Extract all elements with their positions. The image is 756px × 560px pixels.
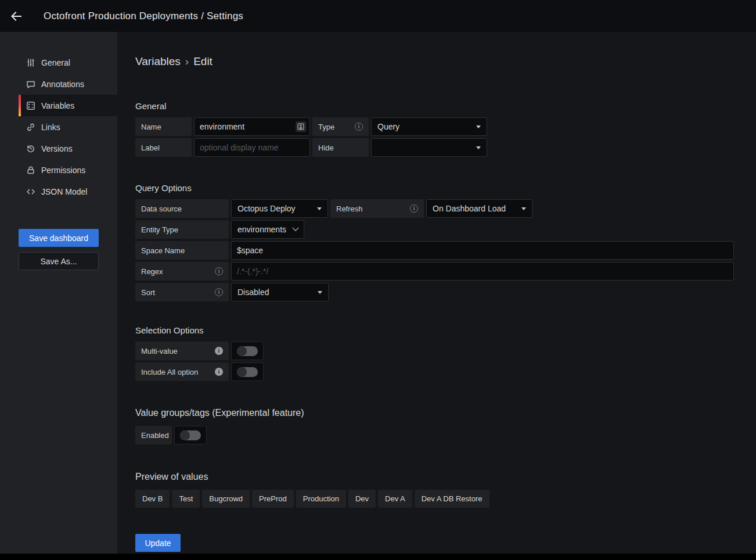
name-input-wrap: [194, 117, 310, 136]
sort-value: Disabled: [237, 288, 269, 297]
enabled-toggle[interactable]: [174, 426, 207, 444]
refresh-select[interactable]: On Dashboard Load: [426, 199, 532, 218]
general-section-title: General: [135, 101, 734, 111]
regex-label-box: Regex i: [135, 262, 229, 281]
entity-type-select[interactable]: environments: [231, 220, 304, 239]
info-icon[interactable]: i: [215, 288, 223, 296]
type-select[interactable]: Query: [371, 117, 487, 136]
sidebar-item-label: Annotations: [41, 80, 84, 89]
data-source-select[interactable]: Octopus Deploy: [231, 199, 328, 218]
code-icon: [26, 187, 35, 196]
label-input-wrap: [194, 138, 310, 157]
preview-section: Preview of values Dev BTestBugcrowdPrePr…: [135, 472, 734, 508]
info-icon[interactable]: i: [355, 123, 363, 131]
space-name-label: Space Name: [135, 241, 229, 260]
multi-value-label-box: Multi-value i: [135, 342, 229, 360]
regex-input[interactable]: [231, 262, 734, 281]
preview-value-chip: Test: [172, 490, 200, 508]
selection-options-section: Selection Options Multi-value i Include …: [135, 325, 734, 381]
refresh-value: On Dashboard Load: [433, 204, 506, 213]
page-title: Octofront Production Deployments / Setti…: [44, 10, 243, 22]
save-dashboard-button[interactable]: Save dashboard: [19, 229, 99, 247]
name-input[interactable]: [194, 117, 310, 136]
bottom-strip: [0, 554, 756, 560]
data-source-value: Octopus Deploy: [237, 204, 296, 213]
sort-label: Sort: [141, 288, 155, 297]
sort-select[interactable]: Disabled: [231, 283, 329, 301]
value-groups-section: Value groups/tags (Experimental feature)…: [135, 408, 734, 444]
caret-down-icon: [476, 125, 481, 128]
type-label: Type: [318, 123, 334, 131]
caret-down-icon: [317, 207, 322, 210]
back-button[interactable]: [0, 0, 32, 32]
lock-icon: [26, 166, 35, 175]
sidebar-item-annotations[interactable]: Annotations: [19, 73, 117, 95]
refresh-label-box: Refresh i: [330, 199, 424, 218]
caret-down-icon: [521, 207, 526, 210]
hide-label: Hide: [312, 138, 369, 157]
multi-value-toggle[interactable]: [231, 342, 264, 360]
breadcrumb-section: Variables: [135, 55, 181, 67]
label-label: Label: [135, 138, 192, 157]
sidebar-item-label: JSON Model: [41, 187, 87, 196]
space-name-input[interactable]: [231, 241, 734, 260]
settings-sidebar: GeneralAnnotationsVariablesLinksVersions…: [0, 32, 117, 560]
hide-select[interactable]: [371, 138, 487, 157]
selection-options-title: Selection Options: [135, 325, 734, 335]
refresh-label: Refresh: [336, 204, 363, 213]
include-all-toggle[interactable]: [231, 362, 264, 381]
autofill-icon: [296, 121, 306, 132]
breadcrumb-page: Edit: [193, 55, 213, 67]
history-icon: [26, 144, 35, 153]
comment-icon: [26, 80, 35, 89]
value-groups-title: Value groups/tags (Experimental feature): [135, 408, 734, 418]
top-header-bar: Octofront Production Deployments / Setti…: [0, 0, 756, 32]
sidebar-item-json-model[interactable]: JSON Model: [19, 181, 117, 202]
preview-value-chip: Dev A: [378, 490, 412, 508]
info-icon[interactable]: i: [215, 267, 223, 275]
info-icon[interactable]: i: [215, 368, 223, 376]
caret-down-icon: [318, 291, 322, 294]
preview-values-list: Dev BTestBugcrowdPreProdProductionDevDev…: [135, 490, 734, 508]
type-label-box: Type i: [312, 117, 369, 136]
query-options-section: Query Options Data source Octopus Deploy…: [135, 183, 734, 301]
sidebar-item-label: Permissions: [41, 166, 85, 175]
settings-nav: GeneralAnnotationsVariablesLinksVersions…: [0, 52, 117, 202]
sliders-icon: [26, 58, 35, 67]
info-icon[interactable]: i: [410, 204, 418, 213]
preview-value-chip: Production: [296, 490, 346, 508]
general-section: General Name Type i Query: [135, 101, 734, 157]
sort-label-box: Sort i: [135, 283, 229, 301]
query-options-title: Query Options: [135, 183, 734, 193]
sidebar-item-general[interactable]: General: [19, 52, 117, 73]
sidebar-item-variables[interactable]: Variables: [19, 95, 117, 116]
type-select-value: Query: [377, 122, 399, 131]
preview-value-chip: Dev A DB Restore: [415, 490, 489, 508]
preview-value-chip: Bugcrowd: [202, 490, 250, 508]
multi-value-label: Multi-value: [141, 347, 178, 356]
name-label: Name: [135, 117, 192, 136]
breadcrumb-separator: ›: [185, 55, 189, 67]
sidebar-item-versions[interactable]: Versions: [19, 138, 117, 159]
sidebar-item-permissions[interactable]: Permissions: [19, 159, 117, 181]
info-icon[interactable]: i: [215, 347, 223, 355]
variables-grid-icon: [26, 101, 35, 110]
chevron-down-icon: [292, 225, 298, 231]
sidebar-item-links[interactable]: Links: [19, 116, 117, 138]
enabled-label: Enabled: [135, 426, 172, 444]
regex-label: Regex: [141, 267, 163, 276]
arrow-left-icon: [9, 9, 23, 23]
update-button[interactable]: Update: [135, 534, 181, 552]
entity-type-value: environments: [237, 225, 286, 234]
include-all-label-box: Include All option i: [135, 362, 229, 381]
preview-value-chip: Dev B: [135, 490, 170, 508]
save-as-button[interactable]: Save As...: [19, 252, 99, 270]
link-icon: [26, 123, 35, 132]
data-source-label: Data source: [135, 199, 229, 218]
settings-content: Variables›Edit General Name Type i: [117, 32, 756, 560]
sidebar-item-label: Versions: [41, 144, 73, 153]
entity-type-label: Entity Type: [135, 220, 229, 239]
sidebar-item-label: Variables: [41, 101, 74, 110]
sidebar-item-label: Links: [41, 123, 60, 132]
label-input[interactable]: [194, 138, 310, 157]
